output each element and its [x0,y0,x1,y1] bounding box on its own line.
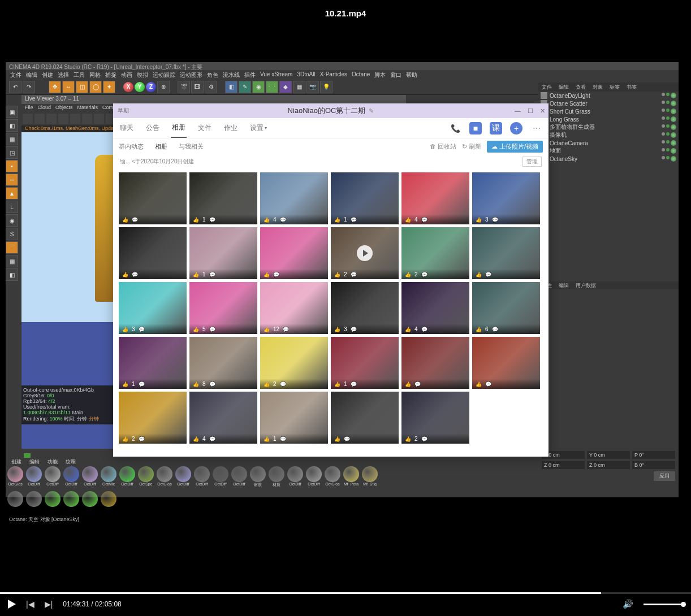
photo-thumbnail[interactable] [472,337,540,389]
phone-icon[interactable]: 📞 [449,122,461,135]
material-ball[interactable]: OctSpe [137,466,155,490]
pen-icon[interactable]: ✎ [239,81,251,93]
chat-tab[interactable]: 文件 [197,119,213,137]
menu-item[interactable]: 3DtoAll [296,71,316,78]
photo-thumbnail[interactable]: 1 [189,172,257,224]
object-manager-tabs[interactable]: 文件编辑查看对象标签书签 [538,83,679,92]
menu-item[interactable]: 网格 [88,71,102,78]
menu-item[interactable]: Octane [351,71,371,78]
camera-icon[interactable]: 📷 [306,81,319,93]
material-ball[interactable]: OctDiff [193,466,211,490]
redo-icon[interactable]: ↷ [23,81,35,93]
like-icon[interactable] [334,271,340,277]
axis-icon[interactable]: L [6,201,18,213]
object-row[interactable]: OctaneCamera [538,139,679,147]
video-call-icon[interactable]: ■ [469,122,482,135]
comment-icon[interactable] [421,271,427,277]
comment-icon[interactable] [132,216,138,223]
comment-icon[interactable] [280,436,286,442]
comment-icon[interactable] [273,271,279,277]
like-icon[interactable] [405,326,411,332]
viewport-icon[interactable]: ◉ [6,214,18,227]
next-icon[interactable]: ▶| [45,600,53,609]
photo-thumbnail[interactable]: 1 [260,392,328,444]
photo-thumbnail[interactable]: 5 [189,282,257,334]
photo-thumbnail[interactable]: 2 [401,392,469,444]
menu-item[interactable]: 工具 [72,71,86,78]
coord-p[interactable]: P 0° [632,451,675,459]
like-icon[interactable] [476,326,482,332]
photo-thumbnail[interactable] [472,227,540,279]
photo-thumbnail[interactable]: 4 [260,172,328,224]
comment-icon[interactable] [344,436,350,442]
point-icon[interactable]: • [6,160,18,172]
material-ball[interactable] [81,491,99,515]
material-ball[interactable]: OctDiff [305,466,323,490]
vp-btn[interactable] [70,114,80,124]
photo-thumbnail[interactable]: 1 [331,337,399,389]
comment-icon[interactable] [351,216,357,223]
object-row[interactable]: 地面 [538,147,679,155]
comment-icon[interactable] [492,216,498,223]
apply-button[interactable]: 应用 [654,471,675,481]
chat-tab[interactable]: 公告 [145,119,161,137]
deformer-icon[interactable]: ◆ [279,81,292,93]
photo-thumbnail[interactable]: 12 [260,282,328,334]
like-icon[interactable] [193,216,199,223]
object-row[interactable]: Long Grass [538,115,679,123]
like-icon[interactable] [264,436,270,442]
comment-icon[interactable] [351,326,357,332]
photo-thumbnail[interactable]: 4 [401,172,469,224]
photo-thumbnail[interactable] [119,227,187,279]
menu-item[interactable]: 编辑 [25,71,38,78]
menu-item[interactable]: 模拟 [136,71,149,78]
comment-icon[interactable] [414,381,421,387]
material-ball[interactable]: OctDiff [25,466,43,490]
comment-icon[interactable] [280,216,286,223]
volume-icon[interactable]: 🔊 [623,599,633,609]
comment-icon[interactable] [209,271,215,277]
photo-thumbnail[interactable]: 4 [189,392,257,444]
object-row[interactable]: 多面植物群生成器 [538,123,679,131]
coord-z[interactable]: Z 0 cm [542,461,585,469]
photo-thumbnail[interactable]: 3 [472,172,540,224]
refresh-icon[interactable]: ↻ 刷新 [462,142,481,151]
array-icon[interactable]: ⋮⋮ [266,81,278,93]
menu-item[interactable]: Vue xStream [259,71,293,78]
material-ball[interactable]: OctGlos [6,466,24,490]
like-icon[interactable] [264,381,270,387]
attribute-tabs[interactable]: 属性编辑用户数据 [538,281,679,289]
menu-item[interactable]: 脚本 [373,71,387,78]
photo-thumbnail[interactable]: 1 [331,172,399,224]
menu-item[interactable]: 帮助 [405,71,418,78]
comment-icon[interactable] [421,216,427,223]
photo-thumbnail[interactable]: 1 [119,337,187,389]
photo-thumbnail[interactable]: 2 [331,227,399,279]
volume-slider[interactable] [644,604,683,605]
maximize-icon[interactable]: ☐ [528,107,533,115]
nurbs-icon[interactable]: ◉ [252,81,265,93]
photo-thumbnail[interactable]: 2 [260,337,328,389]
model-icon[interactable]: ◧ [6,119,18,132]
object-row[interactable]: OctaneSky [538,155,679,163]
comment-icon[interactable] [485,271,491,277]
comment-icon[interactable] [209,326,215,332]
minimize-icon[interactable]: — [515,107,521,115]
pvrender-icon[interactable]: 🎞 [191,81,204,93]
edit-icon[interactable]: ✎ [369,107,374,115]
like-icon[interactable] [122,326,128,332]
comment-icon[interactable] [209,436,215,442]
chat-titlebar[interactable]: 早期 NiaoNiao的OC第十二期 ✎ — ☐ ✕ [113,103,549,118]
menu-item[interactable]: 文件 [9,71,23,78]
like-icon[interactable] [334,216,340,223]
like-icon[interactable] [334,436,340,442]
menu-item[interactable]: 创建 [41,71,54,78]
material-ball[interactable]: Mf_Peta [342,466,360,490]
material-ball[interactable] [62,491,80,515]
workplane2-icon[interactable]: ▦ [6,255,18,267]
locked-icon[interactable]: ◧ [6,268,18,281]
comment-icon[interactable] [421,436,427,442]
editable-icon[interactable]: ▣ [6,106,18,118]
photo-thumbnail[interactable]: 2 [401,227,469,279]
add-icon[interactable]: + [510,122,522,135]
